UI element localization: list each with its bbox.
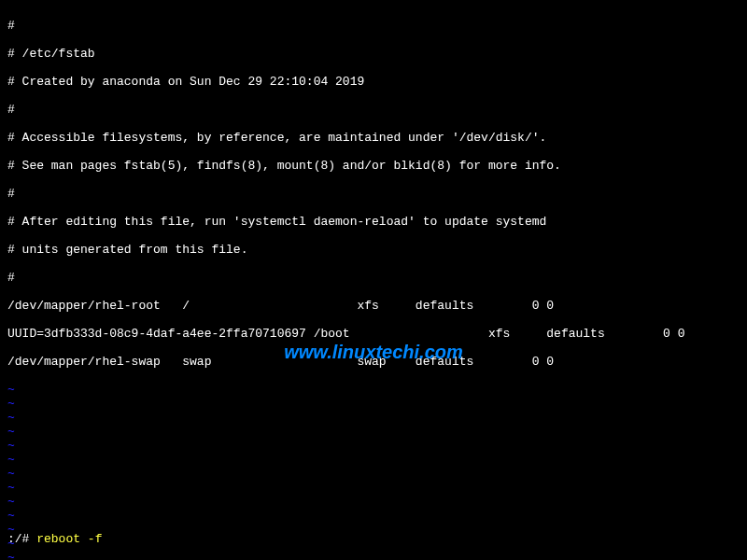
comment-line: # [7, 19, 740, 33]
comment-line: # See man pages fstab(5), findfs(8), mou… [7, 159, 740, 173]
empty-line-tilde: ~ [7, 439, 740, 453]
comment-line: # [7, 187, 740, 201]
empty-line-tilde: ~ [7, 383, 740, 397]
terminal-content: # # /etc/fstab # Created by anaconda on … [7, 5, 740, 560]
comment-line: # [7, 271, 740, 285]
empty-line-tilde: ~ [7, 551, 740, 560]
comment-line: # Accessible filesystems, by reference, … [7, 131, 740, 145]
empty-line-tilde: ~ [7, 467, 740, 481]
comment-line: # [7, 103, 740, 117]
empty-line-tilde: ~ [7, 411, 740, 425]
watermark: www.linuxtechi.com [284, 345, 463, 359]
statusbar[interactable]: :/# reboot -f [7, 532, 740, 546]
fstab-entry: UUID=3dfb333d-08c9-4daf-a4ee-2ffa7071069… [7, 327, 740, 341]
command-text: reboot -f [36, 532, 102, 546]
empty-line-tilde: ~ [7, 495, 740, 509]
comment-line: # After editing this file, run 'systemct… [7, 215, 740, 229]
empty-line-tilde: ~ [7, 481, 740, 495]
prompt-path: :/# [7, 532, 36, 546]
empty-line-tilde: ~ [7, 425, 740, 439]
comment-line: # /etc/fstab [7, 47, 740, 61]
comment-line: # Created by anaconda on Sun Dec 29 22:1… [7, 75, 740, 89]
empty-line-tilde: ~ [7, 453, 740, 467]
fstab-entry: /dev/mapper/rhel-root / xfs defaults 0 0 [7, 299, 740, 313]
comment-line: # units generated from this file. [7, 243, 740, 257]
empty-line-tilde: ~ [7, 509, 740, 523]
empty-line-tilde: ~ [7, 397, 740, 411]
